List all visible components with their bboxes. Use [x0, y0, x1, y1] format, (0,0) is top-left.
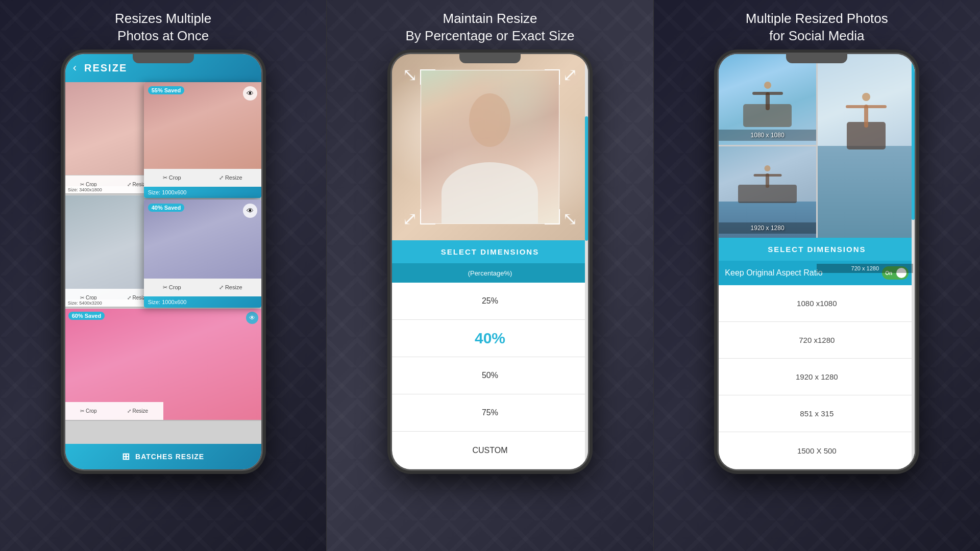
photo-action-bar-3: ✂ Crop ⤢ Resize: [65, 402, 163, 420]
dim-right-1500[interactable]: 1500 X 500: [719, 432, 915, 469]
dim-right-1920[interactable]: 1920 x 1280: [719, 359, 915, 395]
overlay-photo-2: 40% Saved 👁: [144, 199, 261, 279]
grid-photo-2: [818, 54, 915, 238]
dim-50[interactable]: 50%: [392, 357, 588, 394]
resize-btn-3[interactable]: ⤢ Resize: [127, 408, 148, 414]
resize-preview-area: ⤡ ⤡ ⤡ ⤡: [392, 54, 588, 241]
grid-label-3: 1920 x 1280: [719, 222, 816, 234]
phone-left: ‹ RESIZE Original ✂ Crop ⤢ Resize: [64, 53, 263, 471]
overlay-card-2: 40% Saved 👁 ✂ Crop ⤢ Resize Size: 1000x6…: [144, 199, 261, 308]
overlay-action-bar-2: ✂ Crop ⤢ Resize: [144, 279, 261, 296]
dim-40[interactable]: 40%: [392, 320, 588, 357]
phone-right: 1080 x 1080: [717, 53, 916, 471]
panel-left-title: Resizes MultiplePhotos at Once: [94, 0, 232, 53]
phone-screen-left: ‹ RESIZE Original ✂ Crop ⤢ Resize: [65, 54, 261, 469]
panel-center-title: Maintain ResizeBy Percentage or Exact Si…: [385, 0, 595, 53]
overlay-size-1: Size: 1000x600: [144, 187, 261, 198]
arrow-tl: ⤡: [402, 64, 418, 86]
grid-label-4: 720 x 1280: [817, 264, 913, 273]
arrow-br: ⤡: [562, 209, 578, 230]
select-dims-label: SELECT DIMENSIONS: [441, 247, 539, 256]
figure-3: [753, 162, 781, 188]
percentage-label: (Percentage%): [392, 263, 588, 283]
portrait-photo: [421, 70, 559, 223]
panel-left: Resizes MultiplePhotos at Once ‹ RESIZE …: [0, 0, 326, 551]
grid-photo-3: 1920 x 1280: [719, 146, 816, 238]
saved-badge-1: 55% Saved: [148, 86, 184, 94]
dim-25[interactable]: 25%: [392, 283, 588, 320]
dimensions-list: 25% 40% 50% 75% CUSTOM: [392, 283, 588, 469]
dim-right-851[interactable]: 851 x 315: [719, 395, 915, 432]
select-dims-bar[interactable]: SELECT DIMENSIONS: [392, 240, 588, 263]
select-dims-label-right: SELECT DIMENSIONS: [768, 245, 866, 254]
phone-notch-right: [786, 54, 847, 63]
phone-screen-right: 1080 x 1080: [719, 54, 915, 469]
select-dims-bar-right[interactable]: SELECT DIMENSIONS: [719, 238, 915, 261]
grid-photo-1: 1080 x 1080: [719, 54, 816, 145]
phone-notch-left: [133, 54, 194, 63]
photo-row-3: 👁 60% Saved ✂ Crop ⤢ Resize: [65, 309, 261, 421]
overlay-resize-btn-1[interactable]: ⤢ Resize: [219, 174, 242, 181]
crop-btn-3[interactable]: ✂ Crop: [80, 408, 96, 414]
phone-screen-center: ⤡ ⤡ ⤡ ⤡: [392, 54, 588, 469]
crop-frame: [421, 70, 559, 223]
batches-bar[interactable]: ⊞ BATCHES RESIZE: [65, 444, 261, 469]
dimensions-list-right: 1080 x1080 720 x1280 1920 x 1280 851 x 3…: [719, 285, 915, 469]
overlay-crop-btn-2[interactable]: ✂ Crop: [163, 284, 181, 291]
panel-center: Maintain ResizeBy Percentage or Exact Si…: [326, 0, 653, 551]
panel-right: Multiple Resized Photosfor Social Media: [654, 0, 980, 551]
overlay-size-2: Size: 1000x600: [144, 296, 261, 308]
percentage-label-text: (Percentage%): [468, 269, 512, 277]
saved-badge-2: 40% Saved: [148, 204, 184, 212]
batches-label: BATCHES RESIZE: [135, 453, 204, 461]
eye-icon-overlay-1[interactable]: 👁: [243, 86, 257, 101]
scrollbar[interactable]: [585, 283, 588, 469]
header-title-left: RESIZE: [84, 62, 127, 74]
dim-75[interactable]: 75%: [392, 394, 588, 432]
phone-notch-center: [459, 54, 521, 63]
overlay-action-bar-1: ✂ Crop ⤢ Resize: [144, 169, 261, 187]
eye-icon-overlay-2[interactable]: 👁: [243, 204, 257, 218]
eye-icon-3[interactable]: 👁: [246, 312, 258, 324]
figure-1: [752, 80, 783, 110]
back-arrow-left[interactable]: ‹: [73, 61, 77, 74]
grid-label-1: 1080 x 1080: [719, 130, 816, 141]
overlay-crop-btn-1[interactable]: ✂ Crop: [163, 174, 181, 181]
saved-badge-3: 60% Saved: [68, 312, 105, 320]
panel-right-title: Multiple Resized Photosfor Social Media: [725, 0, 909, 53]
dim-right-720[interactable]: 720 x1280: [719, 322, 915, 359]
figure-2: [846, 87, 887, 128]
overlay-resize-btn-2[interactable]: ⤢ Resize: [219, 284, 242, 291]
dim-right-1080[interactable]: 1080 x1080: [719, 285, 915, 322]
scrollbar-right[interactable]: [912, 285, 915, 469]
photo-grid-right: 1080 x 1080: [719, 54, 915, 238]
overlay-card-1: 55% Saved 👁 ✂ Crop ⤢ Resize Size: 1000x6…: [144, 82, 261, 198]
arrow-tr: ⤡: [562, 64, 578, 86]
arrow-bl: ⤡: [402, 209, 418, 230]
phone-center: ⤡ ⤡ ⤡ ⤡: [390, 53, 590, 471]
overlay-photo-1: 55% Saved 👁: [144, 82, 261, 169]
dim-custom[interactable]: CUSTOM: [392, 432, 588, 469]
